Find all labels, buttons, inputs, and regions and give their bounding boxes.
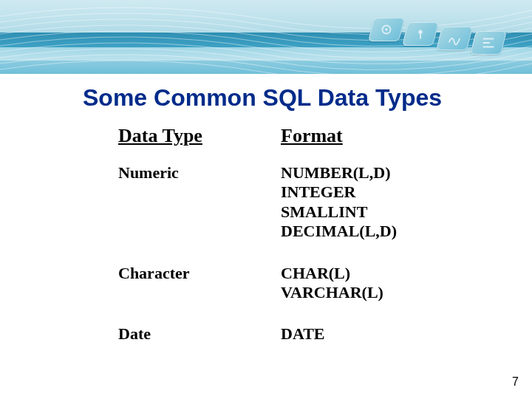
format-value: VARCHAR(L) (281, 283, 383, 302)
svg-point-2 (418, 30, 423, 35)
data-type-category: Character (118, 264, 281, 283)
banner-capsule-icon (402, 22, 439, 46)
format-value: DATE (281, 324, 325, 344)
data-types-table: Data Type Format Numeric NUMBER(L,D) INT… (118, 125, 532, 344)
table-row: Date DATE (118, 324, 532, 344)
format-value: SMALLINT (281, 202, 397, 222)
data-type-category: Date (118, 324, 281, 344)
page-number: 7 (512, 375, 519, 389)
banner-capsule-icon (436, 27, 473, 50)
table-row: Character CHAR(L) VARCHAR(L) (118, 264, 532, 303)
header-banner (0, 0, 532, 74)
format-value: CHAR(L) (281, 264, 383, 283)
format-value: DECIMAL(L,D) (281, 222, 397, 241)
col-header-format: Format (281, 125, 343, 147)
banner-capsule-icon (470, 31, 507, 55)
banner-capsule-icon (368, 18, 405, 41)
svg-point-1 (385, 28, 387, 30)
data-type-category: Numeric (118, 163, 281, 183)
format-value: INTEGER (281, 183, 397, 202)
table-row: Numeric NUMBER(L,D) INTEGER SMALLINT DEC… (118, 163, 532, 242)
format-value: NUMBER(L,D) (281, 163, 397, 183)
col-header-data-type: Data Type (118, 125, 281, 147)
slide-title: Some Common SQL Data Types (83, 84, 532, 112)
